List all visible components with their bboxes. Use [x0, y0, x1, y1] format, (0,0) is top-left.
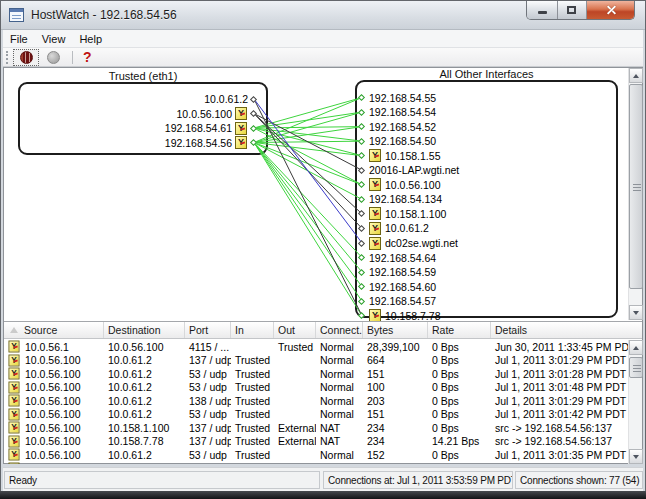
toolbar-gripper[interactable]: [6, 51, 9, 64]
node-label: 192.168.54.56: [165, 137, 232, 149]
arrow-up-icon: [633, 346, 639, 350]
right-node-20016-LAP.wgti.net[interactable]: 20016-LAP.wgti.net: [359, 163, 614, 177]
right-node-192.168.54.134[interactable]: 192.168.54.134: [359, 192, 614, 206]
column-header-bytes[interactable]: Bytes: [363, 322, 428, 338]
cell-details: Jul 1, 2011 3:01:28 PM PDT: [491, 368, 628, 380]
table-body: Y10.0.56.110.0.56.1004115 / ...TrustedNo…: [4, 340, 628, 464]
table-row[interactable]: Y10.0.56.10010.0.61.253 / udpTrustedNorm…: [4, 381, 628, 395]
right-node-192.168.54.60[interactable]: 192.168.54.60: [359, 280, 614, 294]
column-header-in[interactable]: In: [231, 322, 274, 338]
cell-out: External: [274, 422, 316, 434]
right-node-192.168.54.57[interactable]: 192.168.54.57: [359, 294, 614, 308]
source-text: 10.0.56.100: [25, 435, 80, 447]
start-button[interactable]: [41, 49, 66, 66]
right-node-10.158.1.55[interactable]: Y10.158.1.55: [359, 149, 614, 163]
title-bar[interactable]: HostWatch - 192.168.54.56: [1, 1, 645, 30]
source-text: 10.0.56.100: [25, 354, 80, 366]
table-row[interactable]: Y10.0.56.10010.0.61.253 / udpTrustedNorm…: [4, 448, 628, 462]
maximize-button[interactable]: [558, 1, 587, 19]
connection-line-green: [254, 128, 362, 185]
cell-connect: Normal: [316, 462, 363, 464]
table-row[interactable]: Y10.0.56.10010.0.61.2137 / udpTrustedNor…: [4, 354, 628, 368]
graph-scrollbar-thumb[interactable]: [629, 84, 643, 289]
toolbar-separator: [72, 51, 73, 64]
cell-out: External: [274, 435, 316, 447]
client-area: Trusted (eth1) All Other Interfaces 10.0…: [3, 67, 643, 464]
table-row[interactable]: Y10.0.56.10010.0.61.2138 / udpTrustedNor…: [4, 462, 628, 465]
menu-view[interactable]: View: [35, 30, 73, 47]
cell-details: Jul 1, 2011 3:01:42 PM PDT: [491, 408, 628, 420]
right-node-192.168.54.64[interactable]: 192.168.54.64: [359, 251, 614, 265]
sort-ascending-icon: [10, 327, 18, 333]
right-node-192.168.54.54[interactable]: 192.168.54.54: [359, 105, 614, 119]
node-diamond: [358, 138, 365, 145]
right-node-dc02se.wgti.net[interactable]: Ydc02se.wgti.net: [359, 236, 614, 250]
left-node-192.168.54.56[interactable]: 192.168.54.56Y: [18, 136, 256, 150]
cell-rate: 0 Bps: [428, 354, 491, 366]
cell-port: 137 / udp: [185, 435, 231, 447]
cell-connect: NAT: [316, 435, 363, 447]
cell-in: Trusted: [231, 368, 274, 380]
menu-help[interactable]: Help: [72, 30, 109, 47]
left-node-10.0.56.100[interactable]: 10.0.56.100Y: [18, 107, 256, 121]
table-row[interactable]: Y10.0.56.10010.158.1.100137 / udpTrusted…: [4, 421, 628, 435]
column-header-out[interactable]: Out: [274, 322, 316, 338]
host-log-icon: Y: [8, 354, 19, 366]
cell-details: Jul 1, 2011 3:01:35 PM PDT: [491, 449, 628, 461]
cell-port: 53 / udp: [185, 381, 231, 393]
host-log-icon: Y: [235, 136, 247, 149]
column-header-port[interactable]: Port: [185, 322, 231, 338]
right-node-192.168.54.59[interactable]: 192.168.54.59: [359, 265, 614, 279]
right-panel-title: All Other Interfaces: [355, 68, 618, 80]
table-row[interactable]: Y10.0.56.10010.0.61.2138 / udpTrustedNor…: [4, 394, 628, 408]
cell-destination: 10.0.61.2: [104, 354, 185, 366]
node-diamond: [250, 124, 257, 131]
right-node-10.158.1.100[interactable]: Y10.158.1.100: [359, 207, 614, 221]
cell-bytes: 152: [363, 449, 428, 461]
right-node-192.168.54.52[interactable]: 192.168.54.52: [359, 120, 614, 134]
graph-scrollbar[interactable]: [628, 68, 642, 320]
left-node-10.0.61.2[interactable]: 10.0.61.2: [18, 92, 256, 106]
cell-details: Jul 1, 2011 3:01:29 PM PDT: [491, 354, 628, 366]
menu-file[interactable]: File: [3, 30, 35, 47]
cell-connect: Normal: [316, 408, 363, 420]
cell-details: Jul 1, 2011 3:01:31 PM PDT: [491, 462, 628, 464]
cell-port: 53 / udp: [185, 408, 231, 420]
status-bar: Ready Connections at: Jul 1, 2011 3:53:5…: [3, 467, 643, 491]
host-log-icon: Y: [8, 368, 19, 380]
table-row[interactable]: Y10.0.56.110.0.56.1004115 / ...TrustedNo…: [4, 340, 628, 354]
left-node-192.168.54.61[interactable]: 192.168.54.61Y: [18, 121, 256, 135]
table-scrollbar[interactable]: [628, 340, 642, 464]
graph-scroll-down-button[interactable]: [629, 305, 643, 320]
table-scroll-down-button[interactable]: [629, 449, 643, 464]
cell-rate: 0 Bps: [428, 408, 491, 420]
host-log-icon: Y: [8, 381, 19, 393]
cell-source: Y10.0.56.100: [4, 367, 104, 380]
node-label: 10.0.61.2: [385, 222, 429, 234]
table-row[interactable]: Y10.0.56.10010.158.7.78137 / udpTrustedE…: [4, 435, 628, 449]
node-label: 192.168.54.57: [369, 295, 436, 307]
column-header-rate[interactable]: Rate: [428, 322, 491, 338]
right-node-192.168.54.55[interactable]: 192.168.54.55: [359, 91, 614, 105]
column-header-details[interactable]: Details: [491, 322, 642, 338]
table-row[interactable]: Y10.0.56.10010.0.61.253 / udpTrustedNorm…: [4, 408, 628, 422]
right-node-10.0.56.100[interactable]: Y10.0.56.100: [359, 178, 614, 192]
table-scroll-up-button[interactable]: [629, 340, 643, 355]
node-diamond: [358, 298, 365, 305]
node-diamond: [358, 94, 365, 101]
column-header-source[interactable]: Source: [4, 322, 104, 338]
column-header-destination[interactable]: Destination: [104, 322, 185, 338]
pause-button[interactable]: [13, 49, 39, 66]
source-text: 10.0.56.1: [25, 341, 69, 353]
table-scrollbar-thumb[interactable]: [629, 357, 643, 378]
source-text: 10.0.56.100: [25, 449, 80, 461]
column-header-connect[interactable]: Connect...: [316, 322, 363, 338]
close-button[interactable]: [587, 1, 634, 19]
help-button[interactable]: ?: [83, 49, 92, 65]
right-node-192.168.54.50[interactable]: 192.168.54.50: [359, 134, 614, 148]
graph-scroll-up-button[interactable]: [629, 68, 643, 83]
right-node-10.0.61.2[interactable]: Y10.0.61.2: [359, 221, 614, 235]
table-row[interactable]: Y10.0.56.10010.0.61.253 / udpTrustedNorm…: [4, 367, 628, 381]
node-diamond: [358, 225, 365, 232]
minimize-button[interactable]: [527, 1, 558, 19]
